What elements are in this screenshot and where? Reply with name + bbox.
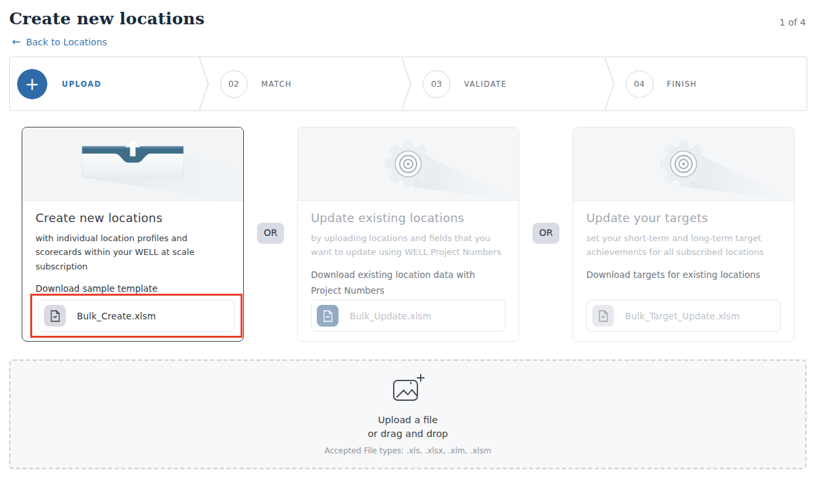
or-separator: OR (519, 127, 573, 244)
card-body: Update your targets set your short-term … (573, 201, 794, 341)
step-validate-label: VALIDATE (464, 80, 507, 89)
wizard-stepper: + UPLOAD 02 MATCH 03 VALIDATE 04 FINISH (9, 57, 807, 111)
card-description: by uploading locations and fields that y… (311, 231, 505, 260)
file-name: Bulk_Update.xlsm (350, 311, 431, 321)
card-update-existing-locations[interactable]: Update existing locations by uploading l… (297, 127, 519, 342)
step-pagination: 1 of 4 (780, 17, 806, 28)
gear-illustration (573, 127, 794, 201)
file-chip-highlight-box: Bulk_Create.xlsm (30, 294, 243, 338)
step-finish-label: FINISH (667, 80, 697, 89)
back-arrow-icon: ← (12, 37, 20, 47)
step-validate[interactable]: 03 VALIDATE (415, 57, 604, 110)
step-upload-label: UPLOAD (62, 80, 101, 89)
dropzone-line1: Upload a file (378, 413, 438, 427)
step-match-label: MATCH (262, 80, 292, 89)
download-targets-link[interactable]: Download targets for existing locations (586, 267, 781, 283)
stepper-chevron-divider (199, 57, 213, 110)
card-description: with individual location profiles and sc… (35, 231, 230, 273)
or-separator: OR (244, 127, 297, 244)
card-body: Update existing locations by uploading l… (298, 201, 519, 341)
stepper-chevron-divider (401, 57, 415, 110)
header: Create new locations 1 of 4 (9, 9, 807, 28)
page-title: Create new locations (9, 9, 204, 28)
download-existing-data-link[interactable]: Download existing location data with Pro… (311, 267, 505, 298)
upload-options-row: Create new locations with individual loc… (22, 127, 795, 342)
step-upload-plus-icon: + (17, 69, 47, 99)
gear-illustration (298, 127, 519, 201)
file-document-icon (592, 305, 614, 327)
page: Create new locations 1 of 4 ← Back to Lo… (0, 0, 819, 469)
upload-tray-illustration (22, 127, 243, 201)
step-finish[interactable]: 04 FINISH (619, 57, 807, 110)
card-create-new-locations[interactable]: Create new locations with individual loc… (22, 127, 244, 342)
dropzone-accepted-types: Accepted File types: .xls, .xlsx, .xlm, … (325, 446, 492, 455)
file-document-icon (44, 305, 66, 327)
back-link-label: Back to Locations (26, 37, 106, 47)
step-validate-number: 03 (423, 70, 450, 98)
step-finish-number: 04 (626, 70, 653, 98)
card-description: set your short-term and long-term target… (586, 231, 781, 260)
or-badge: OR (257, 223, 284, 244)
back-to-locations-link[interactable]: ← Back to Locations (12, 37, 107, 47)
file-dropzone[interactable]: Upload a file or drag and drop Accepted … (9, 359, 807, 469)
upload-image-plus-icon (391, 373, 425, 405)
or-badge: OR (532, 223, 559, 244)
file-name: Bulk_Create.xlsm (77, 311, 156, 321)
file-chip-bulk-target-update[interactable]: Bulk_Target_Update.xlsm (586, 300, 781, 332)
file-name: Bulk_Target_Update.xlsm (625, 311, 739, 321)
dropzone-line2: or drag and drop (367, 427, 448, 441)
step-match-number: 02 (220, 70, 248, 98)
card-body: Create new locations with individual loc… (22, 201, 243, 341)
card-title: Update existing locations (311, 211, 505, 225)
step-upload[interactable]: + UPLOAD (10, 57, 199, 110)
card-title: Create new locations (35, 211, 230, 225)
stepper-chevron-divider (604, 57, 619, 110)
step-match[interactable]: 02 MATCH (213, 57, 402, 110)
file-document-icon (317, 305, 339, 327)
file-chip-bulk-update[interactable]: Bulk_Update.xlsm (311, 300, 505, 332)
card-title: Update your targets (586, 211, 781, 225)
card-update-your-targets[interactable]: Update your targets set your short-term … (573, 127, 795, 342)
file-chip-bulk-create[interactable]: Bulk_Create.xlsm (38, 300, 235, 332)
